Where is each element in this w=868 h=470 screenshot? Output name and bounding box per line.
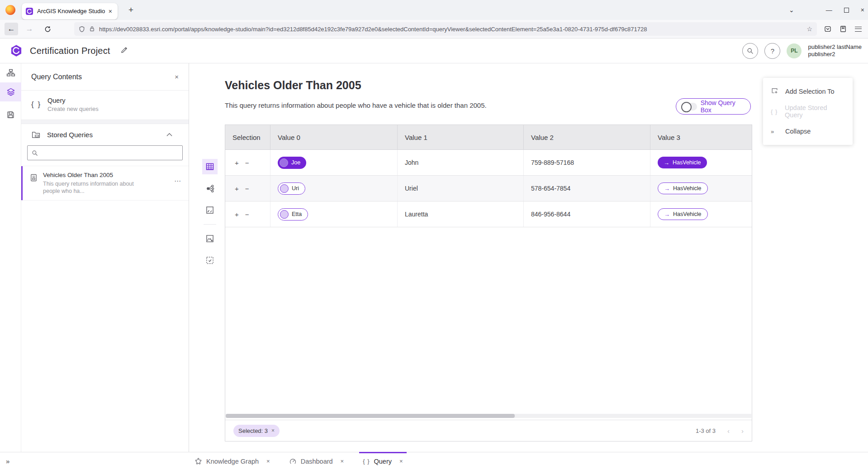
toolbar-divider (204, 224, 216, 225)
arrow-icon: → (664, 211, 670, 218)
avatar[interactable]: PL (787, 43, 802, 58)
selected-count-chip[interactable]: Selected: 3 × (233, 425, 280, 437)
forward-button[interactable]: → (23, 23, 36, 35)
table-row[interactable]: + − Uri Uriel 578-654-7854 →HasVehicle (225, 176, 752, 201)
search-button[interactable] (742, 43, 758, 59)
bottom-tab-strip: » Knowledge Graph × Dashboard × { } Quer… (0, 452, 868, 470)
entity-pill[interactable]: Etta (278, 208, 308, 221)
add-selection-icon (771, 87, 785, 96)
clear-selection-icon[interactable]: × (271, 427, 275, 434)
toggle-switch[interactable] (682, 103, 697, 110)
query-contents-panel: Query Contents × { } Query Create new qu… (21, 63, 189, 452)
knowledge-graph-icon (194, 457, 202, 465)
add-to-selection-button[interactable]: + (235, 159, 239, 167)
tab-close-icon[interactable]: × (263, 458, 270, 465)
user-name[interactable]: publisher2 lastName publisher2 (808, 43, 862, 58)
horizontal-scrollbar[interactable] (226, 414, 751, 418)
stored-queries-header[interactable]: Stored Queries (21, 124, 189, 144)
tab-query[interactable]: { } Query × (359, 452, 406, 470)
menu-item-update-stored-query[interactable]: { } Update Stored Query (763, 101, 853, 121)
stored-query-item[interactable]: Vehicles Older Than 2005 This query retu… (21, 166, 189, 201)
chevron-up-icon[interactable] (166, 133, 172, 137)
url-bar[interactable]: https://dev0028833.esri.com/portal/apps/… (74, 22, 817, 36)
table-row[interactable]: + − Etta Lauretta 846-956-8644 →HasVehic… (225, 201, 752, 227)
menu-item-add-selection-to[interactable]: Add Selection To (763, 82, 853, 101)
relationship-pill[interactable]: →HasVehicle (658, 182, 708, 194)
new-map-from-selection-button[interactable] (202, 231, 218, 246)
panel-title: Query Contents (31, 73, 175, 81)
reload-button[interactable] (41, 23, 54, 35)
search-icon (32, 150, 38, 156)
link-chart-view-button[interactable] (202, 181, 218, 196)
link-chart-icon (205, 184, 215, 193)
query-item[interactable]: { } Query Create new queries (21, 91, 189, 120)
cell-value1: John (398, 150, 524, 175)
pocket-icon[interactable] (824, 25, 831, 33)
entity-pill[interactable]: Joe (278, 157, 306, 169)
entity-dot-icon (280, 184, 289, 193)
map-view-button[interactable] (202, 202, 218, 218)
lock-icon (89, 26, 95, 32)
table-view-button[interactable] (202, 159, 218, 174)
rail-item-layers[interactable] (0, 82, 21, 101)
folder-icon (31, 130, 41, 139)
menu-item-collapse[interactable]: » Collapse (763, 121, 853, 141)
browser-tab-arcgis[interactable]: ArcGIS Knowledge Studio × (22, 3, 118, 19)
expand-panel-icon[interactable]: » (6, 452, 9, 470)
tab-close-icon[interactable]: × (107, 8, 114, 15)
view-toolbar (202, 159, 218, 274)
entity-dot-icon (280, 210, 289, 219)
results-table: Selection Value 0 Value 1 Value 2 Value … (225, 125, 752, 441)
rail-item-contents[interactable] (0, 63, 21, 82)
tab-close-icon[interactable]: × (396, 458, 403, 465)
tab-close-icon[interactable]: × (337, 458, 344, 465)
save-icon (6, 110, 15, 119)
stored-query-description: This query returns information about peo… (43, 180, 138, 195)
list-all-tabs-icon[interactable]: ⌄ (789, 6, 794, 14)
scrollbar-thumb[interactable] (226, 414, 515, 418)
tab-knowledge-graph[interactable]: Knowledge Graph × (191, 452, 274, 470)
stored-queries-search[interactable] (27, 145, 183, 160)
column-header: Value 3 (650, 125, 752, 149)
library-icon[interactable] (840, 25, 847, 33)
braces-icon: { } (31, 100, 47, 109)
edit-title-icon[interactable] (120, 46, 128, 56)
add-to-selection-button[interactable]: + (235, 211, 239, 218)
cell-value2: 759-889-57168 (524, 150, 650, 175)
show-query-box-toggle[interactable]: Show Query Box (676, 98, 751, 115)
shield-icon (79, 26, 85, 33)
menu-icon[interactable] (855, 27, 862, 32)
left-rail (0, 63, 21, 452)
relationship-pill[interactable]: →HasVehicle (658, 208, 708, 220)
search-input[interactable] (42, 149, 178, 156)
selection-tools-button[interactable] (202, 253, 218, 268)
column-header: Value 0 (270, 125, 398, 149)
pagination-range: 1-3 of 3 (696, 427, 716, 434)
panel-close-icon[interactable]: × (175, 73, 179, 81)
tab-dashboard[interactable]: Dashboard × (285, 452, 348, 470)
next-page-icon[interactable]: › (741, 427, 744, 435)
arcgis-knowledge-favicon (25, 7, 33, 15)
relationship-pill[interactable]: →HasVehicle (658, 157, 707, 168)
entity-pill[interactable]: Uri (278, 182, 305, 195)
project-title: Certification Project (30, 46, 110, 56)
arrow-icon: → (664, 185, 670, 192)
rail-item-save[interactable] (0, 105, 21, 124)
bookmark-star-icon[interactable]: ☆ (806, 25, 812, 33)
new-tab-button[interactable]: + (125, 4, 137, 16)
browser-window: ArcGIS Knowledge Studio × + ⌄ — × ← → ht… (0, 0, 868, 470)
window-close-button[interactable]: × (861, 6, 864, 14)
back-button[interactable]: ← (5, 23, 18, 35)
help-button[interactable]: ? (764, 43, 780, 59)
maximize-button[interactable] (844, 8, 849, 13)
remove-from-selection-button[interactable]: − (245, 159, 249, 167)
remove-from-selection-button[interactable]: − (245, 185, 249, 192)
table-row[interactable]: + − Joe John 759-889-57168 →HasVehicle (225, 150, 752, 176)
minimize-button[interactable]: — (826, 6, 832, 14)
add-to-selection-button[interactable]: + (235, 185, 239, 192)
dashed-selection-icon (205, 256, 214, 265)
prev-page-icon[interactable]: ‹ (727, 427, 730, 435)
firefox-icon[interactable] (5, 5, 15, 15)
more-options-icon[interactable]: ⋯ (174, 172, 181, 185)
remove-from-selection-button[interactable]: − (245, 211, 249, 218)
